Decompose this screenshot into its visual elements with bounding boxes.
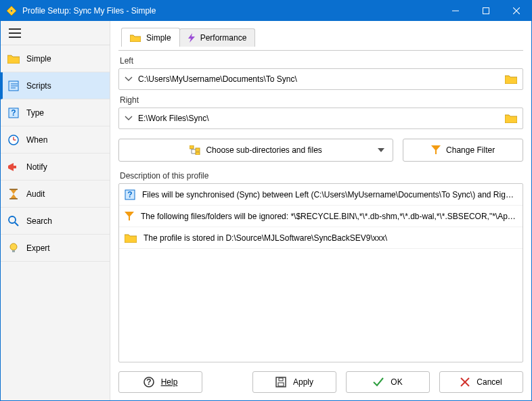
bulb-icon <box>7 242 20 254</box>
button-label: Apply <box>293 377 313 387</box>
sidebar-item-when[interactable]: When <box>1 126 110 154</box>
description-label: Description of this profile <box>120 171 523 181</box>
svg-marker-20 <box>10 189 17 194</box>
description-row: The following files/folders will be igno… <box>119 206 523 227</box>
svg-marker-32 <box>378 148 384 152</box>
apply-button[interactable]: Apply <box>252 371 336 393</box>
description-row: The profile is stored in D:\Source\MJLSo… <box>119 227 523 249</box>
svg-rect-27 <box>12 250 15 252</box>
sidebar-item-label: Type <box>26 108 44 118</box>
hamburger-button[interactable] <box>1 21 110 45</box>
right-path-input[interactable]: E:\Work Files\Sync\ <box>118 108 523 129</box>
sidebar-item-type[interactable]: ? Type <box>1 99 110 126</box>
check-icon <box>373 377 384 387</box>
svg-rect-29 <box>190 145 194 149</box>
svg-marker-36 <box>125 212 134 220</box>
help-button[interactable]: ? Help <box>118 371 202 393</box>
x-icon <box>460 377 470 387</box>
svg-rect-40 <box>278 383 284 386</box>
tab-label: Simple <box>146 33 171 43</box>
svg-rect-3 <box>483 8 489 14</box>
sidebar-item-expert[interactable]: Expert <box>1 235 110 262</box>
filter-icon <box>125 212 134 221</box>
svg-marker-28 <box>188 33 195 43</box>
sidebar-item-search[interactable]: Search <box>1 208 110 235</box>
svg-rect-41 <box>279 378 283 381</box>
cancel-button[interactable]: Cancel <box>439 371 523 393</box>
sidebar-item-simple[interactable]: Simple <box>1 45 110 72</box>
browse-folder-icon[interactable] <box>505 74 517 84</box>
tab-bar: Simple Performance <box>121 28 523 47</box>
svg-rect-19 <box>14 166 16 168</box>
sidebar-item-audit[interactable]: Audit <box>1 181 110 208</box>
svg-point-26 <box>10 243 17 250</box>
clock-icon <box>7 134 20 146</box>
button-label: Choose sub-directories and files <box>206 145 322 155</box>
tabstrip-divider <box>118 50 523 51</box>
change-filter-button[interactable]: Change Filter <box>403 139 523 162</box>
megaphone-icon <box>7 161 20 173</box>
chevron-down-icon <box>378 148 384 152</box>
titlebar: Profile Setup: Sync My Files - Simple <box>1 1 531 21</box>
tab-simple[interactable]: Simple <box>121 28 180 47</box>
help-icon: ? <box>143 377 154 387</box>
svg-point-1 <box>11 10 12 11</box>
description-text: The following files/folders will be igno… <box>141 212 517 221</box>
sidebar-item-label: Search <box>26 216 52 226</box>
svg-rect-31 <box>196 152 200 155</box>
app-icon <box>6 5 17 16</box>
button-label: Help <box>161 377 178 387</box>
script-icon <box>7 80 20 92</box>
svg-line-25 <box>15 222 18 226</box>
svg-rect-30 <box>196 148 200 151</box>
folder-icon <box>7 53 20 65</box>
choose-subdirs-button[interactable]: Choose sub-directories and files <box>118 139 393 162</box>
sidebar-item-label: Expert <box>26 243 50 253</box>
tree-icon <box>190 145 200 155</box>
browse-folder-icon[interactable] <box>505 114 517 123</box>
tab-performance[interactable]: Performance <box>179 28 256 47</box>
left-label: Left <box>120 56 523 66</box>
svg-marker-33 <box>431 145 441 154</box>
svg-text:?: ? <box>146 377 151 387</box>
sidebar-item-label: Simple <box>26 54 51 64</box>
window-title: Profile Setup: Sync My Files - Simple <box>22 6 440 16</box>
svg-text:?: ? <box>127 190 132 199</box>
tab-label: Performance <box>200 33 247 43</box>
chevron-down-icon <box>125 116 133 121</box>
description-list: ? Files will be synchronised (Sync) betw… <box>118 183 523 362</box>
folder-icon <box>130 34 141 42</box>
ok-button[interactable]: OK <box>346 371 430 393</box>
question-icon: ? <box>125 189 135 200</box>
window-controls <box>440 1 531 21</box>
description-row: ? Files will be synchronised (Sync) betw… <box>119 184 523 206</box>
svg-marker-18 <box>8 163 14 171</box>
folder-icon <box>125 233 137 243</box>
sidebar-item-label: Notify <box>26 162 47 172</box>
body: Simple Scripts ? Type When Notify Audit <box>1 21 531 400</box>
minimize-button[interactable] <box>440 1 470 21</box>
sidebar-item-label: Scripts <box>26 81 51 91</box>
svg-text:?: ? <box>11 108 16 118</box>
maximize-button[interactable] <box>470 1 501 21</box>
footer: ? Help Apply OK Cancel <box>118 362 523 395</box>
sidebar-item-scripts[interactable]: Scripts <box>1 72 110 99</box>
left-path-input[interactable]: C:\Users\MyUsername\Documents\To Sync\ <box>118 68 523 90</box>
window: Profile Setup: Sync My Files - Simple Si… <box>0 0 532 401</box>
description-section: Description of this profile ? Files will… <box>118 171 523 362</box>
hourglass-icon <box>7 188 20 200</box>
button-label: Change Filter <box>446 145 495 155</box>
close-button[interactable] <box>501 1 531 21</box>
right-label: Right <box>120 95 523 105</box>
sidebar-item-notify[interactable]: Notify <box>1 154 110 181</box>
button-label: OK <box>391 377 402 387</box>
right-path-value: E:\Work Files\Sync\ <box>138 114 505 123</box>
svg-point-24 <box>9 216 16 223</box>
lightning-icon <box>188 33 195 43</box>
description-text: The profile is stored in D:\Source\MJLSo… <box>143 233 387 243</box>
search-icon <box>7 215 20 227</box>
main-content: Simple Performance Left C:\Users\MyUsern… <box>110 21 531 400</box>
button-label: Cancel <box>476 377 502 387</box>
left-path-value: C:\Users\MyUsername\Documents\To Sync\ <box>138 74 505 84</box>
sidebar: Simple Scripts ? Type When Notify Audit <box>1 21 110 400</box>
